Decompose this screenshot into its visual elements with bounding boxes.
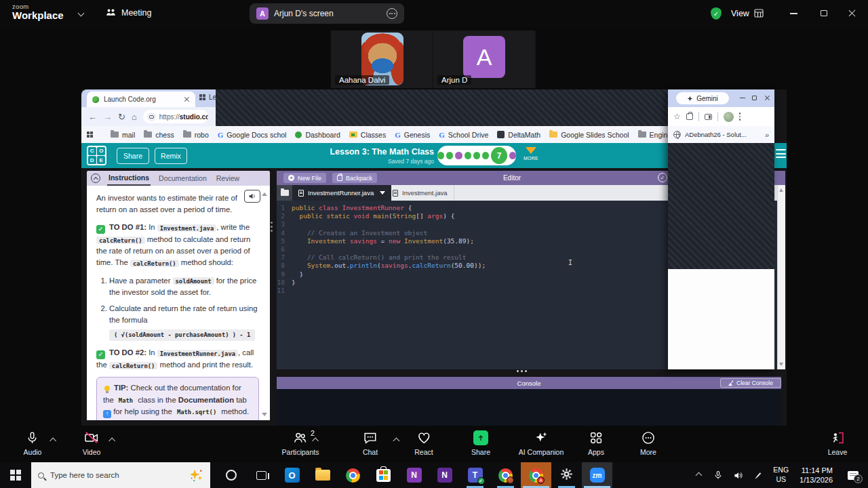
close-button[interactable] [848,9,856,18]
file-tab-active[interactable]: InvestmentRunner.java [292,185,391,201]
bookmark-item[interactable]: Classes [349,131,386,139]
new-file-button[interactable]: + New File [283,173,326,183]
bookmarks-overflow-chevron[interactable]: » [765,131,769,139]
bookmark-item[interactable]: GSchool Drive [439,131,488,139]
taskbar-app-onenote-alt[interactable]: N [429,462,460,488]
caret-up-icon[interactable] [393,438,399,445]
console-output[interactable] [277,389,781,426]
clock[interactable]: 11:14 PM 1/13/2026 [800,466,833,485]
view-button[interactable]: View [731,9,749,18]
scroll-down-icon[interactable] [262,413,267,416]
language-indicator[interactable]: ENG US [773,466,789,484]
maximize-button[interactable] [821,10,827,16]
start-button[interactable] [0,462,31,488]
maximize-button[interactable] [752,96,757,100]
taskbar-app-cortana[interactable] [216,462,246,488]
side-panel-icon[interactable] [705,114,712,120]
bookmark-item[interactable]: DeltaMath [497,131,540,139]
backpack-button[interactable]: Backpack [332,173,377,183]
taskbar-app-chrome-profile-active[interactable]: A [521,462,551,488]
bookmark-item[interactable]: Google Slides School [549,131,629,139]
check-circle-icon[interactable]: ✓ [658,173,667,182]
apps-grid-icon[interactable] [87,131,93,138]
minimize-button[interactable] [740,98,745,98]
progress-dot[interactable] [437,152,444,159]
site-settings-icon[interactable] [147,113,156,121]
caret-up-icon[interactable] [50,438,56,445]
taskbar-app-chrome-profile[interactable] [490,462,521,488]
scroll-up-icon[interactable] [262,192,267,196]
toolbar-item-participants[interactable]: 2Participants [282,430,319,456]
progress-dot[interactable] [446,152,453,159]
file-tab[interactable]: Investment.java [387,185,454,201]
more-levels-button[interactable]: MORE [521,147,541,161]
close-tab-icon[interactable] [184,96,190,102]
gemini-tab[interactable]: Gemini [676,92,729,104]
progress-dot[interactable] [465,152,471,159]
toolbar-item-share[interactable]: Share [471,430,490,456]
security-shield-icon[interactable]: ✓ [711,7,722,20]
panel-resize-handle[interactable] [271,222,273,232]
forward-icon[interactable]: → [103,112,112,122]
video-tile[interactable]: A Arjun D [433,30,534,88]
bookmark-item[interactable]: Engineering Journa... [638,131,670,139]
clear-console-button[interactable]: Clear Console [720,378,781,388]
taskbar-app-ms-store[interactable] [368,462,399,488]
toolbar-item-apps[interactable]: Apps [588,430,604,456]
taskbar-app-onenote[interactable]: N [399,462,429,488]
speaker-icon[interactable] [733,470,744,481]
browser-tab[interactable]: Launch Code.org [87,92,195,107]
toolbar-item-more[interactable]: More [640,430,656,456]
screen-share-pill[interactable]: A Arjun D's screen [250,3,404,24]
tab-documentation[interactable]: Documentation [157,171,208,185]
caret-up-icon[interactable] [108,438,115,445]
bookmark-item[interactable]: GGenesis [395,131,430,139]
progress-dot[interactable] [455,152,462,159]
tab-meeting[interactable]: Meeting [105,7,151,18]
microphone-icon[interactable] [713,470,723,481]
view-grid-icon[interactable] [754,9,764,18]
taskbar-app-outlook[interactable]: O [277,462,307,488]
video-tile[interactable]: Aahana Dalvi [331,30,432,88]
caret-up-icon[interactable] [312,438,319,445]
caret-down-icon[interactable] [380,191,385,195]
chevron-down-icon[interactable] [78,10,85,17]
back-icon[interactable]: ← [88,112,97,122]
collapse-icon[interactable] [91,174,100,183]
pen-icon[interactable] [753,470,764,481]
bookmark-item[interactable]: GGoogle Docs schol [218,131,287,139]
bookmark-item[interactable]: Dashboard [295,131,340,139]
progress-dot[interactable] [473,152,480,159]
tray-expand-icon[interactable] [696,472,703,479]
more-options-icon[interactable] [387,8,397,19]
minimize-button[interactable] [790,13,797,14]
menu-kebab-icon[interactable] [739,113,741,121]
tab-instructions[interactable]: Instructions [107,171,151,186]
taskbar-app-settings[interactable] [551,462,582,488]
home-icon[interactable]: ⌂ [132,112,137,122]
taskbar-app-chrome[interactable] [338,462,368,488]
toolbar-item-video[interactable]: Video [83,430,101,456]
notification-center-icon[interactable]: 2 [848,471,859,480]
toolbar-item-ai-companion[interactable]: AI Companion [519,430,564,456]
taskbar-app-zoom-app[interactable]: zm [582,462,612,488]
progress-current-level[interactable]: 7 [491,147,507,164]
address-bar[interactable]: https://studio.co [143,110,208,123]
scroll-down-icon[interactable] [779,363,783,366]
progress-dot[interactable] [509,152,516,159]
reload-icon[interactable]: ↻ [118,112,125,122]
toolbar-item-audio[interactable]: Audio [24,430,42,456]
hamburger-menu-icon[interactable] [776,149,786,158]
taskbar-search[interactable]: Type here to search [31,462,210,488]
editor-scrollbar[interactable] [777,185,785,369]
tab-review[interactable]: Review [215,171,241,185]
bookmark-star-icon[interactable]: ☆ [673,112,681,121]
toolbar-item-leave[interactable]: Leave [828,430,848,456]
bookmark-item[interactable]: robo [183,131,209,139]
profile-avatar[interactable] [724,112,734,122]
copilot-sparkle-icon[interactable] [189,468,203,482]
browser-tab-partial[interactable]: Le [199,94,216,101]
file-tree-button[interactable] [277,185,292,201]
close-button[interactable] [764,95,770,101]
taskbar-app-teams[interactable]: T✓ [460,462,490,488]
